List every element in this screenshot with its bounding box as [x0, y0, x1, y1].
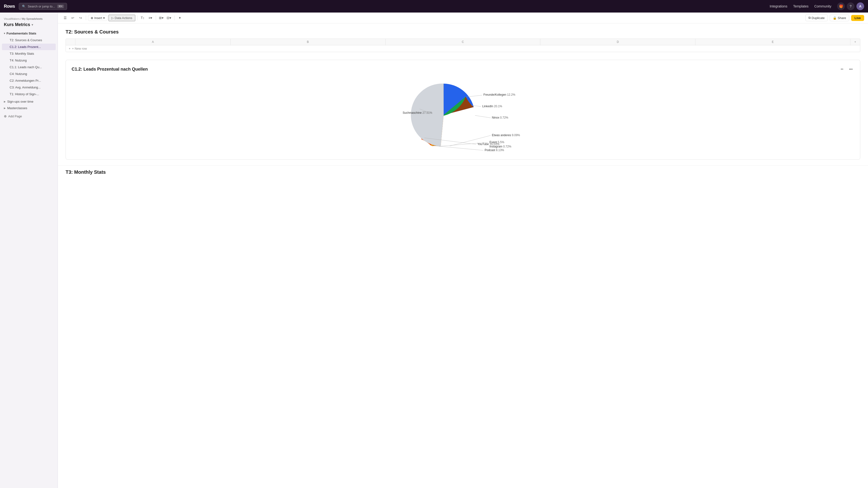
section-t2-title: T2: Sources & Courses	[66, 29, 860, 35]
col-header-e[interactable]: E	[695, 39, 850, 45]
sidebar-item-t3[interactable]: T3: Monthly Stats	[2, 51, 56, 57]
more-options-button[interactable]: •••	[847, 66, 854, 72]
svg-text:Ninox 0.72%: Ninox 0.72%	[492, 116, 508, 119]
spreadsheet-table-t2: A B C D E + + + New row	[66, 38, 860, 52]
topbar: Rows 🔍 Search or jump to... ⌘K Integrati…	[0, 0, 868, 12]
play-icon: ▷	[112, 16, 114, 20]
share-icon: 🔒	[833, 16, 837, 20]
sidebar-section-fundamentals: ▾ Fundamentals Stats T2: Sources & Cours…	[0, 30, 58, 97]
svg-text:Suchmaschine 27.51%: Suchmaschine 27.51%	[403, 111, 432, 115]
sidebar-item-c12[interactable]: C1.2: Leads Prozent...	[2, 44, 56, 50]
search-placeholder: Search or jump to...	[28, 5, 55, 8]
sidebar-item-c11[interactable]: C1.1: Leads nach Qu...	[2, 64, 56, 70]
chart-header: C1.2: Leads Prozentual nach Quellen ✏ ••…	[72, 66, 854, 72]
row-num-header	[66, 39, 75, 45]
toolbar-right: ⧉ Duplicate 🔒 Share Live	[805, 14, 864, 21]
sidebar-item-t1[interactable]: T1: History of Sign-...	[2, 91, 56, 97]
chevron-down-icon: ▾	[4, 32, 5, 35]
undo-button[interactable]: ↩	[69, 14, 76, 21]
svg-text:Podcast 8.13%: Podcast 8.13%	[485, 149, 504, 152]
plus-circle-icon: ⊕	[4, 114, 7, 118]
live-button[interactable]: Live	[851, 15, 864, 21]
panel-toggle-button[interactable]: ☰	[62, 14, 68, 21]
breadcrumb: VisualMakers / My Spreadsheets	[0, 15, 58, 21]
toolbar-divider-3	[156, 15, 156, 20]
help-icon[interactable]: ?	[847, 2, 855, 10]
chart-actions: ✏ •••	[839, 66, 854, 72]
plus-icon: +	[69, 47, 71, 51]
new-row-button[interactable]: + + New row	[66, 45, 860, 52]
templates-link[interactable]: Templates	[793, 4, 808, 8]
insert-button[interactable]: ⊕ Insert ▾	[88, 15, 107, 21]
sidebar-item-c4[interactable]: C4: Nutzung	[2, 71, 56, 77]
data-actions-button[interactable]: ▷ Data Actions	[108, 15, 135, 21]
svg-text:Freunde/Kollegen 12.2%: Freunde/Kollegen 12.2%	[484, 93, 515, 96]
sidebar: VisualMakers / My Spreadsheets Kurs Metr…	[0, 12, 58, 488]
cell-format-button[interactable]: ⊞▾	[158, 14, 165, 21]
svg-text:Etwas anderes 9.09%: Etwas anderes 9.09%	[492, 133, 520, 137]
svg-text:Event 5.5%: Event 5.5%	[490, 140, 504, 144]
svg-text:Instagram 0.72%: Instagram 0.72%	[490, 145, 512, 148]
svg-line-3	[467, 95, 482, 97]
border-button[interactable]: ⊟▾	[166, 14, 173, 21]
toolbar-divider-2	[137, 15, 137, 20]
breadcrumb-current: My Spreadsheets	[22, 18, 43, 20]
chart-title: C1.2: Leads Prozentual nach Quellen	[72, 67, 148, 72]
search-icon: 🔍	[22, 5, 26, 8]
toolbar-divider-4	[174, 15, 175, 20]
sidebar-title: Kurs Metrics ▾	[0, 21, 58, 30]
svg-text:LinkedIn 20.1%: LinkedIn 20.1%	[482, 105, 502, 108]
chart-section-c12: C1.2: Leads Prozentual nach Quellen ✏ ••…	[58, 60, 868, 165]
pie-chart-svg: LinkedIn 20.1% Freunde/Kollegen 12.2% Su…	[396, 76, 530, 154]
magic-button[interactable]: ✦	[177, 14, 183, 21]
plus-icon: ⊕	[91, 16, 93, 20]
search-bar[interactable]: 🔍 Search or jump to... ⌘K	[19, 3, 67, 10]
community-link[interactable]: Community	[814, 4, 831, 8]
integrations-link[interactable]: Integrations	[770, 4, 787, 8]
col-header-d[interactable]: D	[540, 39, 695, 45]
col-header-a[interactable]: A	[75, 39, 230, 45]
sidebar-section-masterclasses[interactable]: ▶ Masterclasses	[0, 105, 58, 111]
redo-button[interactable]: ↪	[77, 14, 84, 21]
pie-chart-wrapper: LinkedIn 20.1% Freunde/Kollegen 12.2% Su…	[72, 76, 854, 154]
fundamentals-stats-header[interactable]: ▾ Fundamentals Stats	[0, 30, 58, 37]
sidebar-section-signups[interactable]: ▶ Sign-ups over time	[0, 98, 58, 105]
edit-chart-button[interactable]: ✏	[839, 66, 845, 72]
topbar-nav: Integrations Templates Community 🎁 ? A	[770, 2, 864, 10]
duplicate-icon: ⧉	[808, 16, 811, 20]
breadcrumb-parent[interactable]: VisualMakers	[4, 18, 20, 20]
sidebar-item-t4[interactable]: T4: Nutzung	[2, 57, 56, 64]
content-area: ☰ ↩ ↪ ⊕ Insert ▾ ▷ Data Actions T↕ ≡▾ ⊞▾…	[58, 12, 868, 488]
gift-icon[interactable]: 🎁	[837, 2, 845, 10]
section-t2: T2: Sources & Courses A B C D E + + + Ne…	[58, 23, 868, 60]
align-button[interactable]: ≡▾	[147, 14, 154, 21]
main-layout: VisualMakers / My Spreadsheets Kurs Metr…	[0, 0, 868, 488]
search-shortcut: ⌘K	[57, 5, 64, 8]
avatar[interactable]: A	[857, 2, 864, 10]
chevron-down-icon: ▾	[103, 16, 105, 20]
sidebar-item-c3[interactable]: C3: Avg. Anmeldung...	[2, 84, 56, 91]
share-button[interactable]: 🔒 Share	[830, 15, 849, 21]
chevron-down-icon[interactable]: ▾	[32, 23, 33, 27]
sidebar-item-t2[interactable]: T2: Sources & Courses	[2, 37, 56, 43]
col-header-add[interactable]: +	[850, 39, 860, 45]
topbar-icons: 🎁 ? A	[837, 2, 864, 10]
chevron-right-icon: ▶	[4, 107, 6, 109]
app-logo: Rows	[4, 4, 15, 9]
chart-container: C1.2: Leads Prozentual nach Quellen ✏ ••…	[66, 60, 860, 160]
add-page-button[interactable]: ⊕ Add Page	[0, 112, 58, 120]
section-t3-title: T3: Monthly Stats	[58, 165, 868, 179]
sidebar-item-c2[interactable]: C2: Anmeldungen Pr...	[2, 77, 56, 84]
duplicate-button[interactable]: ⧉ Duplicate	[805, 14, 828, 21]
col-header-c[interactable]: C	[385, 39, 540, 45]
toolbar: ☰ ↩ ↪ ⊕ Insert ▾ ▷ Data Actions T↕ ≡▾ ⊞▾…	[58, 12, 868, 23]
table-header: A B C D E +	[66, 39, 860, 45]
svg-line-16	[475, 116, 491, 118]
col-header-b[interactable]: B	[230, 39, 385, 45]
text-format-button[interactable]: T↕	[140, 14, 146, 21]
chevron-right-icon: ▶	[4, 100, 6, 103]
